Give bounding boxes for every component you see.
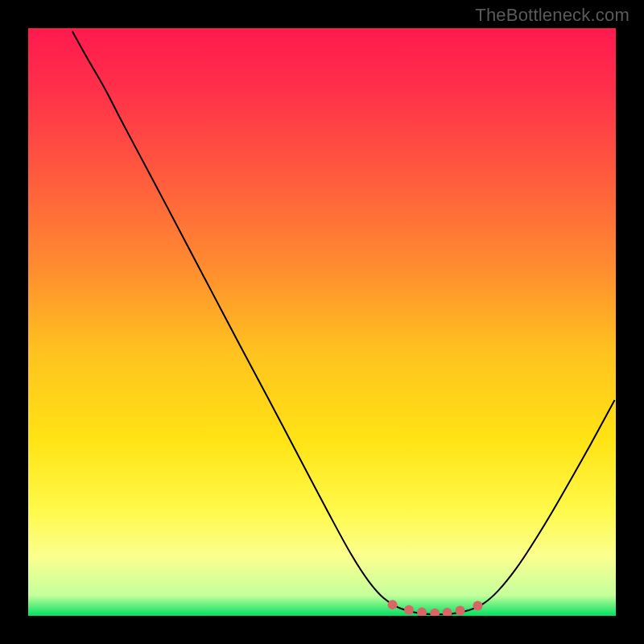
chart-frame: TheBottleneck.com	[0, 0, 644, 644]
marker-dot	[388, 600, 398, 609]
plot-area	[28, 28, 616, 616]
watermark-label: TheBottleneck.com	[475, 5, 630, 26]
chart-svg	[28, 28, 616, 616]
marker-dot	[404, 605, 414, 615]
marker-dot	[456, 605, 465, 615]
marker-dot	[473, 601, 482, 611]
gradient-background	[28, 28, 616, 616]
